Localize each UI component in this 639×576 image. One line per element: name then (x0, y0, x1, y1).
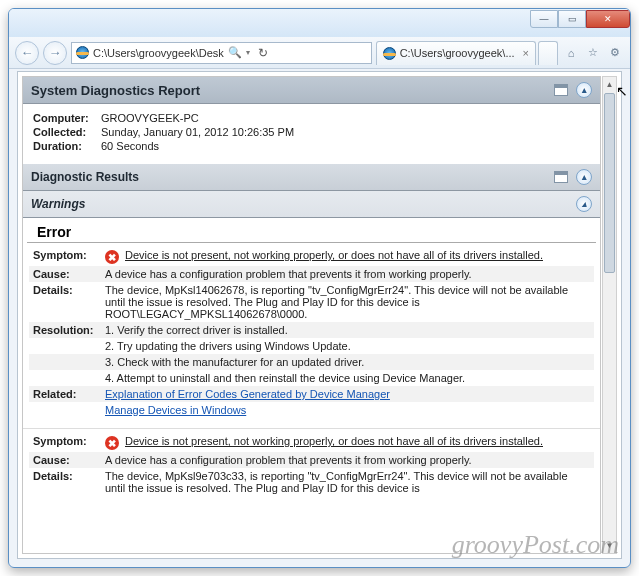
collected-value: Sunday, January 01, 2012 10:26:35 PM (101, 126, 294, 138)
duration-label: Duration: (33, 140, 101, 152)
diagnostic-results-header[interactable]: Diagnostic Results ▴ (23, 164, 600, 191)
computer-value: GROOVYGEEK-PC (101, 112, 199, 124)
symptom-label: Symptom: (33, 435, 105, 450)
minimize-button[interactable]: — (530, 10, 558, 28)
related-link-manage-devices[interactable]: Manage Devices in Windows (105, 404, 246, 416)
scroll-down-arrow[interactable]: ▼ (603, 538, 616, 553)
forward-button[interactable]: → (43, 41, 67, 65)
related-label: Related: (33, 388, 105, 400)
collapse-icon[interactable]: ▴ (576, 169, 592, 185)
tab-close-icon[interactable]: × (523, 47, 529, 59)
duration-value: 60 Seconds (101, 140, 159, 152)
close-button[interactable]: ✕ (586, 10, 630, 28)
navigation-bar: ← → C:\Users\groovygeek\Desk 🔍 ▾ ↻ C:\Us… (9, 37, 630, 69)
content-area: System Diagnostics Report ▴ Computer:GRO… (17, 71, 622, 559)
diagnostic-results-title: Diagnostic Results (31, 170, 139, 184)
address-bar[interactable]: C:\Users\groovygeek\Desk 🔍 ▾ ↻ (71, 42, 372, 64)
tools-gear-icon[interactable]: ⚙ (606, 44, 624, 62)
maximize-button[interactable]: ▭ (558, 10, 586, 28)
related-link-error-codes[interactable]: Explanation of Error Codes Generated by … (105, 388, 390, 400)
calendar-icon[interactable] (554, 171, 568, 183)
address-text: C:\Users\groovygeek\Desk (93, 47, 224, 59)
resolution-step-1: 1. Verify the correct driver is installe… (105, 324, 590, 336)
mouse-cursor-icon: ↖ (616, 83, 628, 99)
cause-text: A device has a configuration problem tha… (105, 268, 590, 280)
cause-text: A device has a configuration problem tha… (105, 454, 590, 466)
warnings-header[interactable]: Warnings ▴ (23, 191, 600, 218)
window-controls: — ▭ ✕ (530, 9, 630, 28)
error-heading: Error (27, 218, 596, 243)
error-x-icon: ✖ (105, 250, 119, 264)
collapse-icon[interactable]: ▴ (576, 82, 592, 98)
ie-page-icon (76, 46, 89, 59)
symptom-label: Symptom: (33, 249, 105, 264)
warnings-title: Warnings (31, 197, 85, 211)
collected-label: Collected: (33, 126, 101, 138)
error-block-2: Symptom: ✖Device is not present, not wor… (23, 428, 600, 500)
scroll-thumb[interactable] (604, 93, 615, 273)
symptom-text: Device is not present, not working prope… (125, 249, 543, 261)
browser-tab[interactable]: C:\Users\groovygeek\... × (376, 41, 536, 65)
resolution-step-4: 4. Attempt to uninstall and then reinsta… (105, 372, 590, 384)
refresh-button[interactable]: ↻ (254, 46, 272, 60)
new-tab-button[interactable] (538, 41, 558, 65)
details-text: The device, MpKsl9e703c33, is reporting … (105, 470, 590, 494)
resolution-step-2: 2. Try updating the drivers using Window… (105, 340, 590, 352)
computer-label: Computer: (33, 112, 101, 124)
details-label: Details: (33, 470, 105, 494)
report-scroll: System Diagnostics Report ▴ Computer:GRO… (22, 76, 601, 554)
favorites-icon[interactable]: ☆ (584, 44, 602, 62)
resolution-label: Resolution: (33, 324, 105, 336)
details-text: The device, MpKsl14062678, is reporting … (105, 284, 590, 320)
report-info: Computer:GROOVYGEEK-PC Collected:Sunday,… (23, 104, 600, 164)
report-title: System Diagnostics Report (31, 83, 200, 98)
resolution-step-3: 3. Check with the manufacturer for an up… (105, 356, 590, 368)
dropdown-icon[interactable]: ▾ (246, 48, 250, 57)
tab-strip: C:\Users\groovygeek\... × (376, 41, 558, 65)
ie-tab-icon (383, 47, 396, 60)
search-icon[interactable]: 🔍 (228, 46, 242, 59)
error-block-1: Symptom: ✖Device is not present, not wor… (23, 243, 600, 422)
cause-label: Cause: (33, 454, 105, 466)
ie-window: — ▭ ✕ ← → C:\Users\groovygeek\Desk 🔍 ▾ ↻… (8, 8, 631, 568)
report-header[interactable]: System Diagnostics Report ▴ (23, 77, 600, 104)
titlebar: — ▭ ✕ (9, 9, 630, 37)
home-icon[interactable]: ⌂ (562, 44, 580, 62)
details-label: Details: (33, 284, 105, 320)
symptom-text: Device is not present, not working prope… (125, 435, 543, 447)
vertical-scrollbar[interactable]: ▲ ▼ (602, 76, 617, 554)
back-button[interactable]: ← (15, 41, 39, 65)
error-x-icon: ✖ (105, 436, 119, 450)
cause-label: Cause: (33, 268, 105, 280)
scroll-up-arrow[interactable]: ▲ (603, 77, 616, 92)
calendar-icon[interactable] (554, 84, 568, 96)
tab-title: C:\Users\groovygeek\... (400, 47, 515, 59)
collapse-icon[interactable]: ▴ (576, 196, 592, 212)
